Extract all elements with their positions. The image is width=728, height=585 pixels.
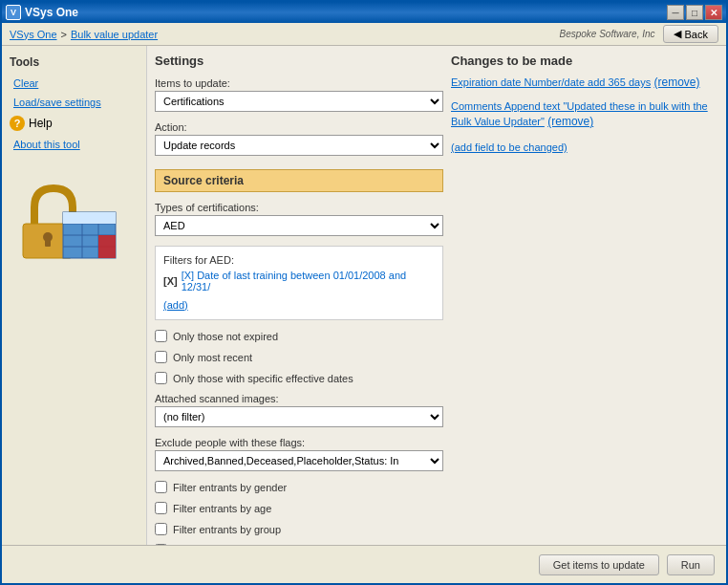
- close-button[interactable]: ✕: [705, 5, 722, 20]
- maximize-button[interactable]: □: [686, 5, 703, 20]
- sidebar-item-about[interactable]: About this tool: [6, 136, 142, 153]
- window-controls: ─ □ ✕: [667, 5, 722, 20]
- attached-images-label: Attached scanned images:: [155, 393, 443, 404]
- breadcrumb-current[interactable]: Bulk value updater: [71, 29, 158, 40]
- app-icon: V: [6, 5, 21, 20]
- change-item-2: Comments Append text "Updated these in b…: [451, 99, 718, 129]
- action-row: Action: Update records: [155, 121, 443, 156]
- sidebar-item-help[interactable]: ? Help: [6, 113, 142, 134]
- get-items-button[interactable]: Get items to update: [539, 554, 659, 575]
- settings-title: Settings: [155, 54, 443, 68]
- app-logo: [6, 174, 120, 250]
- exclude-flags-row: Exclude people with these flags: Archive…: [155, 437, 443, 471]
- most-recent-row: Only most recent: [155, 351, 443, 363]
- bottom-bar: Get items to update Run: [2, 545, 726, 583]
- sidebar-item-clear[interactable]: Clear: [6, 75, 142, 92]
- filter-age-label: Filter entrants by age: [173, 503, 271, 514]
- items-to-update-select[interactable]: Certifications: [155, 91, 443, 112]
- minimize-button[interactable]: ─: [667, 5, 684, 20]
- types-label: Types of certifications:: [155, 202, 443, 213]
- title-bar: V VSys One ─ □ ✕: [2, 2, 726, 23]
- change2-remove[interactable]: (remove): [547, 115, 593, 128]
- changes-title: Changes to be made: [451, 54, 718, 68]
- filter-group-label: Filter entrants by group: [173, 524, 281, 535]
- sidebar: Tools Clear Load/save settings ? Help Ab…: [2, 46, 147, 545]
- filter-x-icon: [X]: [163, 275, 178, 287]
- types-row: Types of certifications: AED: [155, 202, 443, 236]
- filter-gender-row: Filter entrants by gender: [155, 481, 443, 493]
- run-button[interactable]: Run: [667, 554, 715, 575]
- svg-rect-10: [63, 212, 82, 224]
- specific-dates-row: Only those with specific effective dates: [155, 372, 443, 384]
- types-select[interactable]: AED: [155, 215, 443, 236]
- not-expired-label: Only those not expired: [173, 331, 278, 342]
- change1-remove[interactable]: (remove): [653, 76, 699, 89]
- add-field-link[interactable]: (add field to be changed): [451, 141, 567, 153]
- filter-group-checkbox[interactable]: [155, 523, 167, 535]
- filter-add-link[interactable]: (add): [163, 299, 188, 311]
- logo-svg: [6, 174, 120, 260]
- window-title: VSys One: [25, 6, 667, 19]
- svg-rect-12: [98, 212, 116, 224]
- filter-date-text: [X] Date of last training between 01/01/…: [182, 270, 435, 292]
- main-panel: Settings Items to update: Certifications…: [147, 46, 726, 545]
- breadcrumb-bar: VSys One > Bulk value updater Bespoke So…: [2, 23, 726, 46]
- sidebar-item-load-save[interactable]: Load/save settings: [6, 94, 142, 111]
- action-label: Action:: [155, 121, 443, 133]
- filter-gender-checkbox[interactable]: [155, 481, 167, 493]
- filter-age-row: Filter entrants by age: [155, 502, 443, 514]
- not-expired-row: Only those not expired: [155, 330, 443, 342]
- source-criteria-header: Source criteria: [155, 169, 443, 192]
- most-recent-checkbox[interactable]: [155, 351, 167, 363]
- attached-images-select[interactable]: (no filter): [155, 406, 443, 427]
- not-expired-checkbox[interactable]: [155, 330, 167, 342]
- svg-rect-2: [45, 239, 51, 247]
- svg-rect-11: [82, 212, 98, 224]
- change1-text[interactable]: Expiration date Number/date add 365 days: [451, 76, 651, 88]
- main-content: Tools Clear Load/save settings ? Help Ab…: [2, 46, 726, 545]
- back-arrow-icon: ◀: [674, 28, 681, 40]
- items-to-update-label: Items to update:: [155, 77, 443, 89]
- main-window: V VSys One ─ □ ✕ VSys One > Bulk value u…: [0, 0, 728, 585]
- specific-dates-label: Only those with specific effective dates: [173, 373, 353, 384]
- changes-panel: Changes to be made Expiration date Numbe…: [451, 54, 718, 537]
- most-recent-label: Only most recent: [173, 352, 252, 363]
- filter-title: Filters for AED:: [163, 254, 435, 266]
- filter-age-checkbox[interactable]: [155, 502, 167, 514]
- breadcrumb: VSys One > Bulk value updater: [10, 29, 158, 40]
- back-button-label: Back: [685, 29, 708, 40]
- breadcrumb-separator: >: [61, 29, 67, 40]
- filter-section: Filters for AED: [X] [X] Date of last tr…: [155, 246, 443, 320]
- items-to-update-row: Items to update: Certifications: [155, 77, 443, 112]
- attached-images-row: Attached scanned images: (no filter): [155, 393, 443, 427]
- change-item-1: Expiration date Number/date add 365 days…: [451, 76, 718, 90]
- help-icon: ?: [10, 116, 25, 131]
- add-field-row: (add field to be changed): [451, 141, 718, 154]
- help-label: Help: [29, 117, 53, 130]
- exclude-flags-select[interactable]: Archived,Banned,Deceased,Placeholder,Sta…: [155, 450, 443, 471]
- back-button[interactable]: ◀ Back: [663, 25, 718, 43]
- bespoke-tag: Bespoke Software, Inc: [559, 29, 654, 39]
- tools-title: Tools: [6, 54, 142, 71]
- filter-group-row: Filter entrants by group: [155, 523, 443, 535]
- settings-panel: Settings Items to update: Certifications…: [155, 54, 443, 537]
- exclude-flags-label: Exclude people with these flags:: [155, 437, 443, 448]
- svg-rect-9: [98, 235, 116, 258]
- specific-dates-checkbox[interactable]: [155, 372, 167, 384]
- filter-gender-label: Filter entrants by gender: [173, 482, 287, 493]
- filter-item-date[interactable]: [X] [X] Date of last training between 01…: [163, 270, 435, 292]
- action-select[interactable]: Update records: [155, 135, 443, 156]
- header-right: Bespoke Software, Inc ◀ Back: [559, 25, 718, 43]
- breadcrumb-home[interactable]: VSys One: [10, 29, 57, 40]
